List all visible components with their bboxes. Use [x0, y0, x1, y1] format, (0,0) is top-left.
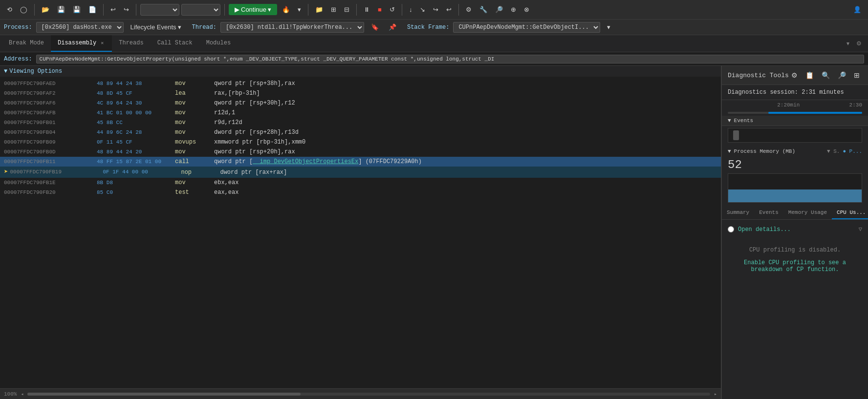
disasm-row-call[interactable]: 00007FFDC790FB11 48 FF 15 87 2E 01 00 ca… [0, 157, 721, 167]
toolbar-step-back-btn[interactable]: ↩ [443, 4, 455, 15]
address-input[interactable] [36, 55, 864, 63]
tabs-dropdown-btn[interactable]: ▾ [844, 39, 852, 48]
disasm-row[interactable]: 00007FFDC790FAF6 4C 89 64 24 30 mov qwor… [0, 98, 721, 108]
lifecycle-dropdown-icon: ▾ [178, 23, 181, 31]
disasm-row[interactable]: 00007FFDC790FB09 0F 11 45 CF movups xmmw… [0, 137, 721, 147]
disasm-mnemonic: mov [175, 128, 214, 137]
disasm-mnemonic: mov [175, 178, 214, 187]
tab-disassembly[interactable]: Disassembly ✕ [51, 35, 112, 52]
diagnostic-tabs: Summary Events Memory Usage CPU Us... [722, 207, 868, 220]
stack-frame-select[interactable]: CUPnPAepDevNodeMgmt::GetDevObjectI... [453, 22, 600, 33]
tab-disassembly-close[interactable]: ✕ [99, 40, 105, 46]
cpu-open-details[interactable]: Open details... [738, 226, 791, 233]
disasm-operands: qword ptr [rsp+20h],rax [214, 147, 295, 156]
toolbar-open-btn[interactable]: 📂 [39, 4, 52, 15]
disasm-addr: 00007FFDC790FAED [4, 80, 97, 88]
toolbar-save3-btn[interactable]: 📄 [86, 4, 99, 15]
events-section-header[interactable]: ▼ Events [722, 116, 868, 126]
toolbar-grid2-btn[interactable]: ⊟ [341, 4, 352, 15]
config-dropdown[interactable] [140, 4, 179, 16]
diag-zoom-out-btn[interactable]: 🔎 [835, 70, 848, 81]
disasm-row[interactable]: 00007FFDC790FAFB 41 BC 01 00 00 00 mov r… [0, 108, 721, 118]
toolbar-undo-btn[interactable]: ↩ [108, 4, 119, 15]
toolbar-stop-btn[interactable]: ■ [375, 4, 385, 15]
toolbar-dbg-btn2[interactable]: 🔧 [477, 4, 490, 15]
lifecycle-btn[interactable]: Lifecycle Events ▾ [128, 21, 184, 33]
timeline-bar[interactable] [728, 112, 862, 114]
toolbar-step-into-btn[interactable]: ↓ [406, 4, 415, 15]
main-layout: ▼ Viewing Options 00007FFDC790FAED 48 89… [0, 66, 868, 399]
disasm-operands: rax,[rbp-31h] [214, 89, 260, 98]
diag-settings-btn[interactable]: ⚙ [789, 70, 800, 81]
disasm-addr: 00007FFDC790FB20 [4, 189, 97, 197]
thread-pin-btn[interactable]: 📌 [386, 21, 399, 33]
toolbar-btn-1[interactable]: ⟲ [4, 4, 15, 15]
horizontal-scrollbar[interactable] [27, 393, 710, 396]
disasm-bytes: 48 FF 15 87 2E 01 00 [97, 158, 175, 166]
disasm-mnemonic: lea [175, 89, 214, 98]
disasm-row[interactable]: 00007FFDC790FB0D 48 89 44 24 20 mov qwor… [0, 147, 721, 157]
toolbar-dbg-btn1[interactable]: ⚙ [463, 4, 475, 15]
cpu-filter-icon[interactable]: ▽ [859, 226, 862, 233]
sep4 [224, 4, 225, 16]
tab-break-mode[interactable]: Break Mode [2, 35, 51, 52]
zoom-scrollbar-arrow-right[interactable]: ▸ [714, 391, 717, 397]
disasm-row[interactable]: 00007FFDC790FB01 45 8B CC mov r9d,r12d [0, 118, 721, 127]
disasm-row[interactable]: 00007FFDC790FAED 48 89 44 24 38 mov qwor… [0, 79, 721, 88]
disasm-addr: 00007FFDC790FB04 [4, 128, 97, 137]
disasm-operands: ebx,eax [214, 178, 239, 187]
toolbar-grid-btn[interactable]: ⊞ [328, 4, 339, 15]
thread-select[interactable]: [0x2630] ntdll.dll!TppWorkerThrea... [220, 22, 364, 33]
process-memory-header[interactable]: ▼ Process Memory (MB) ▼ S. ● P... [728, 147, 862, 156]
timeline-label-230: 2:30 [849, 102, 862, 108]
continue-dropdown-icon: ▾ [268, 6, 271, 13]
toolbar-save-btn[interactable]: 💾 [54, 4, 68, 15]
continue-label: Continue [241, 6, 266, 13]
platform-dropdown[interactable] [181, 4, 220, 16]
play-icon: ▶ [235, 6, 239, 13]
diag-tab-memory-usage[interactable]: Memory Usage [783, 207, 832, 219]
toolbar-step-over-btn[interactable]: ↘ [417, 4, 428, 15]
diag-tab-cpu[interactable]: CPU Us... [832, 207, 868, 219]
diag-tab-events[interactable]: Events [754, 207, 783, 219]
process-select[interactable]: [0x2560] dasHost.exe [36, 22, 124, 33]
toolbar-folder-btn[interactable]: 📁 [312, 4, 326, 15]
disasm-row[interactable]: 00007FFDC790FAF2 48 8D 45 CF lea rax,[rb… [0, 88, 721, 98]
disasm-bytes: 4C 89 64 24 30 [97, 99, 175, 107]
viewing-options[interactable]: ▼ Viewing Options [0, 66, 721, 77]
disasm-row[interactable]: 00007FFDC790FB20 85 C0 test eax,eax [0, 188, 721, 197]
memory-section-label: Process Memory (MB) [734, 148, 795, 154]
hot-reload-btn[interactable]: 🔥 [279, 4, 293, 15]
cpu-radio-input[interactable] [728, 226, 734, 232]
disasm-row[interactable]: 00007FFDC790FB1E 8B D8 mov ebx,eax [0, 178, 721, 188]
toolbar-fire-dropdown[interactable]: ▾ [295, 4, 304, 15]
toolbar-user-btn[interactable]: 👤 [850, 4, 864, 15]
toolbar-pause-btn[interactable]: ⏸ [361, 4, 373, 15]
continue-button[interactable]: ▶ Continue ▾ [229, 4, 277, 15]
toolbar-step-out-btn[interactable]: ↪ [430, 4, 441, 15]
toolbar-btn-2[interactable]: ◯ [17, 4, 30, 15]
tab-modules[interactable]: Modules [199, 35, 238, 52]
toolbar-dbg-btn4[interactable]: ⊕ [508, 4, 519, 15]
toolbar-dbg-btn3[interactable]: 🔎 [492, 4, 506, 15]
sep3 [136, 4, 136, 16]
diag-report-btn[interactable]: 📋 [803, 70, 816, 81]
diag-filter-btn[interactable]: ⊞ [851, 70, 862, 81]
toolbar-dbg-btn5[interactable]: ⊗ [521, 4, 532, 15]
zoom-scrollbar-arrow-left[interactable]: ◂ [21, 391, 23, 397]
stack-frame-dropdown-btn[interactable]: ▾ [604, 21, 613, 33]
cpu-enable-link[interactable]: Enable CPU profiling to see a breakdown … [744, 259, 846, 273]
tab-threads[interactable]: Threads [112, 35, 150, 52]
disasm-addr: 00007FFDC790FB11 [4, 158, 97, 166]
tabs-settings-btn[interactable]: ⚙ [854, 39, 864, 48]
thread-bookmark-btn[interactable]: 🔖 [368, 21, 382, 33]
toolbar-restart-btn[interactable]: ↺ [387, 4, 398, 15]
toolbar-save2-btn[interactable]: 💾 [70, 4, 84, 15]
diag-zoom-in-btn[interactable]: 🔍 [819, 70, 832, 81]
toolbar-redo-btn[interactable]: ↪ [121, 4, 132, 15]
tab-call-stack[interactable]: Call Stack [151, 35, 199, 52]
tab-break-mode-label: Break Mode [9, 40, 44, 46]
diag-tab-summary[interactable]: Summary [722, 207, 754, 219]
disasm-row[interactable]: 00007FFDC790FB04 44 89 6C 24 28 mov dwor… [0, 127, 721, 137]
disasm-row-current[interactable]: ➤ 00007FFDC790FB19 0F 1F 44 00 00 nop dw… [0, 167, 721, 178]
